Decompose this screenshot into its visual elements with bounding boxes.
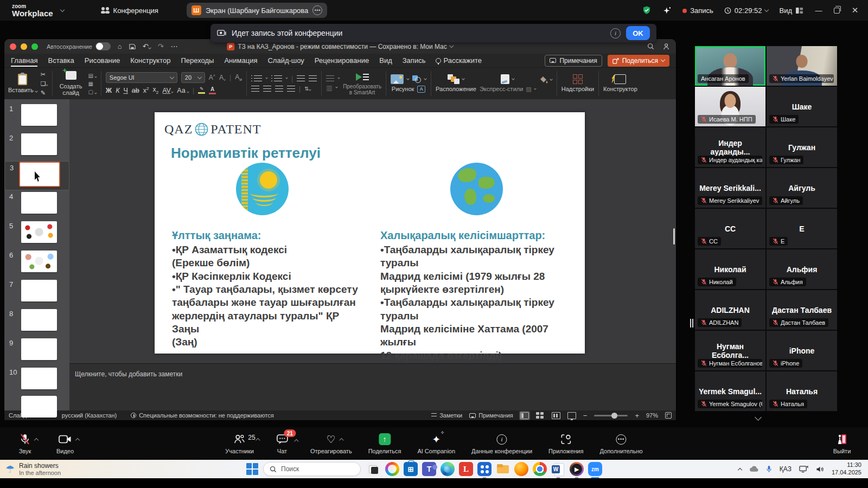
collapse-panel-button[interactable] — [756, 412, 761, 422]
align-right-button[interactable] — [275, 86, 283, 92]
slide-sorter-view-button[interactable] — [536, 412, 545, 419]
slide[interactable]: QAZ PATENT Нормативтік реттелуі — [155, 112, 585, 354]
numbered-list-button[interactable] — [274, 75, 282, 81]
section-button[interactable]: ▢ — [88, 89, 97, 95]
slide-thumbnail-9[interactable]: 9 — [4, 337, 69, 366]
participant-tile-iphone[interactable]: iPhoneiPhone — [767, 331, 837, 370]
canvas-scrollbar[interactable] — [673, 228, 675, 245]
start-button[interactable] — [245, 462, 259, 476]
search-icon[interactable] — [647, 43, 654, 50]
increase-font-button[interactable]: A˄ — [209, 74, 215, 81]
autosave-control[interactable]: Автосохранение — [47, 42, 111, 50]
addins-button[interactable]: Надстройки — [561, 74, 594, 92]
fit-slide-button[interactable] — [665, 412, 672, 419]
highlight-color-button[interactable]: ✎ — [198, 87, 205, 94]
participant-tile-yerlan-baimoldayev[interactable]: Yerlan Baimoldayev — [767, 46, 837, 86]
close-icon[interactable] — [10, 43, 16, 50]
taskbar-app-word[interactable] — [551, 462, 565, 476]
tab-options-icon[interactable]: ••• — [312, 5, 322, 15]
cut-button[interactable]: ✂ — [41, 71, 48, 78]
convert-to-smartart-button[interactable]: Преобразоватьв SmartArt — [343, 72, 381, 95]
zoom-in-button[interactable]: + — [635, 412, 639, 420]
slide-thumbnail-4[interactable]: 4 — [4, 190, 69, 220]
language-indicator[interactable]: русский (Казахстан) — [62, 412, 117, 419]
taskbar-app-task-view[interactable] — [367, 462, 381, 476]
tab-Рисование[interactable]: Рисование — [85, 56, 120, 65]
onedrive-cloud-icon[interactable] — [749, 466, 758, 472]
close-button[interactable]: ✕ — [851, 5, 859, 15]
slide-canvas[interactable]: QAZ PATENT Нормативтік реттелуі — [69, 99, 676, 363]
clear-formatting-button[interactable]: A⌀ — [235, 73, 242, 82]
line-spacing-button[interactable]: ⇅ — [304, 86, 310, 92]
slide-thumbnail-2[interactable]: 2 — [4, 132, 69, 161]
speaker-icon[interactable] — [816, 466, 824, 473]
view-button[interactable]: Вид — [779, 7, 803, 15]
participant-tile-сс[interactable]: СССС — [695, 209, 765, 248]
minimize-button[interactable]: — — [814, 7, 823, 15]
share-screen-button[interactable]: ↑ Поделиться — [368, 433, 401, 454]
participant-tile-айгуль[interactable]: АйгульАйгуль — [767, 168, 837, 208]
participant-tile-merey-serikkaliyev[interactable]: Merey Serikkali...Merey Serikkaliyev — [695, 168, 765, 208]
tab-Рецензирование[interactable]: Рецензирование — [315, 56, 369, 65]
microphone-tray-icon[interactable] — [766, 465, 772, 473]
taskbar-app-edge[interactable] — [441, 462, 455, 476]
slideshow-view-button[interactable] — [567, 412, 576, 419]
change-case-button[interactable]: Aa — [177, 87, 189, 94]
shape-fill-button[interactable] — [539, 76, 552, 91]
more-commands-icon[interactable]: ⋯ — [171, 42, 178, 50]
taskbar-search[interactable]: Поиск — [263, 462, 361, 476]
new-slide-button[interactable]: Создать слайд — [57, 71, 85, 96]
tab-Переходы[interactable]: Переходы — [181, 56, 214, 65]
language-indicator[interactable]: ҚАЗ — [780, 465, 792, 473]
video-button[interactable]: Видео — [53, 433, 77, 454]
slide-thumbnail-10[interactable]: 10 — [4, 366, 69, 395]
tab-Вставка[interactable]: Вставка — [48, 56, 74, 65]
ai-sparkle-icon[interactable] — [662, 6, 672, 15]
normal-view-button[interactable] — [520, 412, 529, 419]
participant-tile-нугман-есболганови-[interactable]: Нугман Есболга...Нугман Есболганови... — [695, 331, 765, 370]
participant-tile-е[interactable]: ЕЕ — [767, 209, 837, 248]
align-center-button[interactable] — [263, 86, 271, 92]
more-button[interactable]: ••• Дополнительно — [599, 433, 642, 454]
slide-thumbnail-5[interactable]: 5 — [4, 220, 69, 249]
zoom-percent[interactable]: 97% — [646, 412, 658, 419]
security-shield-icon[interactable] — [642, 5, 652, 15]
taskbar-app-zoom-app[interactable]: zm — [588, 462, 602, 476]
participant-tile-николай[interactable]: НиколайНиколай — [695, 249, 765, 289]
quick-styles-button[interactable]: Экспресс-стили▨ — [480, 74, 536, 92]
tab-Главная[interactable]: Главная — [11, 56, 37, 65]
subscript-button[interactable]: x2 — [152, 86, 158, 95]
taskbar-app-microsoft-store[interactable]: ⊞ — [404, 462, 418, 476]
strikethrough-button[interactable]: ab — [132, 87, 139, 94]
window-traffic-lights[interactable] — [10, 43, 38, 50]
decrease-indent-button[interactable] — [297, 75, 305, 81]
accessibility-status[interactable]: Специальные возможности: не поддерживают… — [131, 412, 273, 419]
zoom-slider[interactable] — [594, 415, 628, 416]
slide-thumbnail-7[interactable]: 7 — [4, 278, 69, 307]
superscript-button[interactable]: x2 — [143, 86, 149, 94]
slide-thumbnail-8[interactable]: 8 — [4, 307, 69, 337]
tab-Анимация[interactable]: Анимация — [224, 56, 257, 65]
taskbar-app-media-player[interactable]: ▶ — [570, 462, 584, 476]
comments-button[interactable]: Примечания — [545, 55, 602, 67]
justify-button[interactable] — [287, 86, 295, 92]
designer-button[interactable]: Конструктор — [603, 74, 637, 92]
copy-button[interactable]: ❏ — [41, 80, 48, 87]
redo-icon[interactable]: ↷ — [158, 42, 164, 50]
participant-tile-гулжан[interactable]: ГулжанГулжан — [767, 127, 837, 167]
paste-button[interactable]: Вставить — [8, 74, 37, 93]
increase-indent-button[interactable] — [309, 75, 317, 81]
slide-layout-button[interactable]: ▤ — [88, 73, 97, 79]
format-painter-button[interactable]: ✎ — [41, 89, 48, 97]
leave-button[interactable]: Выйти — [830, 433, 854, 454]
clock-widget[interactable]: 11:30 17.04.2025 — [832, 461, 861, 477]
tab-Запись[interactable]: Запись — [403, 56, 426, 65]
participant-tile-индер-аудандық-кәсі-[interactable]: Индер ауданды...Индер аудандық кәсі... — [695, 127, 765, 167]
autosave-toggle[interactable] — [95, 42, 111, 50]
slide-thumbnail-1[interactable]: 1 — [4, 102, 69, 132]
insert-picture-button[interactable]: РисунокA — [391, 74, 426, 93]
tab-Конструктор[interactable]: Конструктор — [130, 56, 170, 65]
tab-Слайд-шоу[interactable]: Слайд-шоу — [267, 56, 304, 65]
bold-button[interactable]: Ж — [106, 87, 112, 94]
taskbar-app-teams[interactable]: T — [422, 462, 436, 476]
